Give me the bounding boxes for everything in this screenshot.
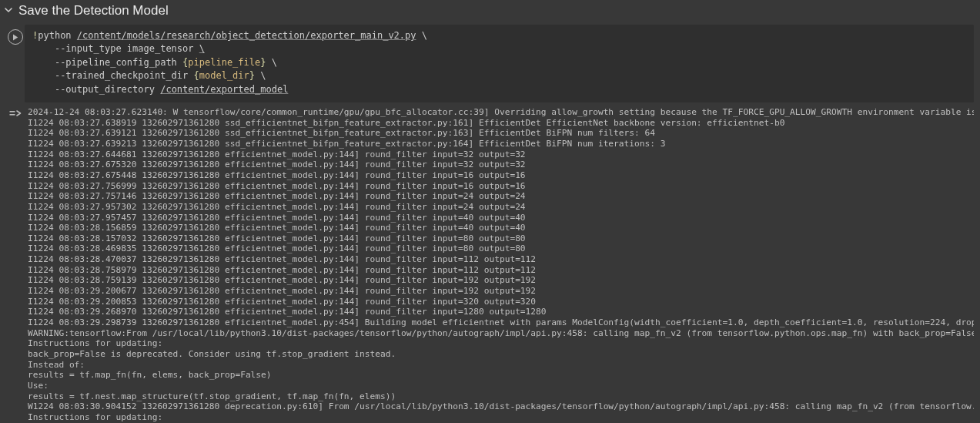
output-line: I1224 08:03:27.957302 132602971361280 ef… (28, 202, 971, 213)
output-line: results = tf.map_fn(fn, elems, back_prop… (28, 370, 971, 381)
output-line: I1224 08:03:28.759139 132602971361280 ef… (28, 275, 971, 286)
cell-output[interactable]: 2024-12-24 08:03:27.623140: W tensorflow… (25, 107, 974, 423)
output-line: I1224 08:03:28.758979 132602971361280 ef… (28, 265, 971, 276)
output-toggle-icon[interactable] (9, 109, 22, 120)
output-line: I1224 08:03:27.639121 132602971361280 ss… (28, 128, 971, 139)
output-line: I1224 08:03:29.200677 132602971361280 ef… (28, 286, 971, 297)
output-line: I1224 08:03:27.756999 132602971361280 ef… (28, 181, 971, 192)
output-line: back_prop=False is deprecated. Consider … (28, 349, 971, 360)
output-line: I1224 08:03:27.638919 132602971361280 ss… (28, 118, 971, 129)
notebook-cell: !python /content/models/research/object_… (6, 25, 974, 423)
output-gutter (6, 107, 25, 120)
output-line: I1224 08:03:29.200853 132602971361280 ef… (28, 297, 971, 307)
output-line: W1224 08:03:30.904152 132602971361280 de… (28, 401, 971, 412)
output-line: Instructions for updating: (28, 412, 971, 423)
output-line: I1224 08:03:27.757146 132602971361280 ef… (28, 191, 971, 202)
code-editor[interactable]: !python /content/models/research/object_… (25, 25, 974, 102)
output-line: I1224 08:03:28.156859 132602971361280 ef… (28, 223, 971, 233)
output-line: results = tf.nest.map_structure(tf.stop_… (28, 391, 971, 402)
output-line: I1224 08:03:27.644681 132602971361280 ef… (28, 149, 971, 160)
output-line: I1224 08:03:28.470037 132602971361280 ef… (28, 254, 971, 265)
section-header[interactable]: Save the Detection Model (0, 0, 980, 25)
output-line: I1224 08:03:27.675448 132602971361280 ef… (28, 170, 971, 181)
output-line: I1224 08:03:28.469835 132602971361280 ef… (28, 243, 971, 254)
play-icon (12, 34, 18, 41)
section-title: Save the Detection Model (18, 3, 169, 18)
output-line: Use: (28, 381, 971, 391)
svg-rect-1 (10, 114, 15, 116)
output-line: I1224 08:03:27.639213 132602971361280 ss… (28, 139, 971, 149)
output-line: Instructions for updating: (28, 338, 971, 349)
output-line: WARNING:tensorflow:From /usr/local/lib/p… (28, 328, 971, 339)
svg-rect-0 (10, 111, 15, 112)
output-line: Instead of: (28, 360, 971, 371)
output-line: I1224 08:03:27.675320 132602971361280 ef… (28, 159, 971, 170)
cell-gutter (6, 25, 25, 45)
output-line: 2024-12-24 08:03:27.623140: W tensorflow… (28, 107, 971, 118)
output-line: I1224 08:03:29.268970 132602971361280 ef… (28, 307, 971, 317)
chevron-down-icon (5, 6, 12, 15)
output-line: I1224 08:03:27.957457 132602971361280 ef… (28, 213, 971, 223)
output-line: I1224 08:03:28.157032 132602971361280 ef… (28, 233, 971, 244)
run-cell-button[interactable] (8, 29, 23, 45)
output-line: I1224 08:03:29.298739 132602971361280 ef… (28, 317, 971, 328)
